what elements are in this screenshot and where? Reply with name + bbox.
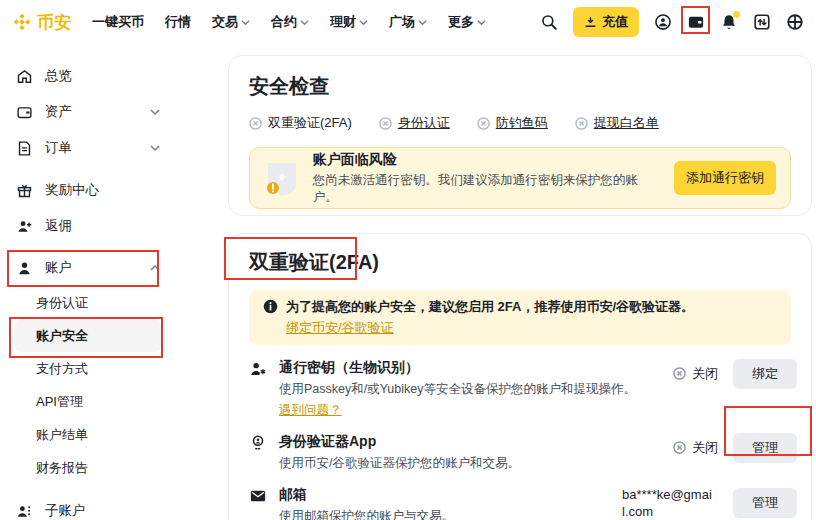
two-factor-card: 双重验证(2FA) 为了提高您的账户安全，建议您启用 2FA，推荐使用币安/谷歌… — [228, 233, 812, 520]
circle-x-icon — [477, 117, 490, 130]
shield-risk-icon — [264, 158, 300, 198]
bind-authenticator-link[interactable]: 绑定币安/谷歌验证 — [286, 319, 394, 337]
nav-markets[interactable]: 行情 — [165, 13, 191, 31]
add-passkey-button[interactable]: 添加通行密钥 — [674, 161, 776, 195]
circle-x-icon — [575, 117, 588, 130]
sidebar: 总览 资产 订单 奖励中心 返佣 — [0, 44, 220, 520]
passkey-status-label: 关闭 — [692, 365, 718, 383]
security-row-email: 邮箱 使用邮箱保护您的账户与交易。 ba****ke@gmail.com 管理 — [249, 486, 797, 520]
risk-warning-banner: 账户面临风险 您尚未激活通行密钥。我们建议添加通行密钥来保护您的账户。 添加通行… — [249, 147, 791, 209]
notice-text: 为了提高您的账户安全，建议您启用 2FA，推荐使用币安/谷歌验证器。 — [286, 298, 694, 317]
wallet-icon[interactable] — [687, 13, 705, 31]
notifications[interactable] — [720, 13, 738, 31]
deposit-button[interactable]: 充值 — [573, 7, 639, 37]
wallet-icon — [16, 104, 33, 121]
passkey-description: 使用Passkey和/或Yubikey等安全设备保护您的账户和提现操作。 — [279, 381, 636, 398]
authenticator-status: 关闭 — [673, 439, 718, 457]
nav-square[interactable]: 广场 — [389, 13, 427, 31]
passkey-title: 通行密钥（生物识别） — [279, 359, 636, 377]
circle-x-icon — [379, 117, 392, 130]
nav-trade[interactable]: 交易 — [212, 13, 250, 31]
email-description: 使用邮箱保护您的账户与交易。 — [279, 508, 454, 520]
risk-warning-texts: 账户面临风险 您尚未激活通行密钥。我们建议添加通行密钥来保护您的账户。 — [313, 151, 661, 206]
two-factor-notice: 为了提高您的账户安全，建议您启用 2FA，推荐使用币安/谷歌验证器。 绑定币安/… — [249, 290, 791, 345]
security-row-passkey: 通行密钥（生物识别） 使用Passkey和/或Yubikey等安全设备保护您的账… — [249, 359, 797, 419]
header-actions: 充值 — [540, 7, 804, 37]
chevron-down-icon — [150, 143, 160, 153]
email-title: 邮箱 — [279, 486, 454, 504]
brand-name: 币安 — [37, 11, 72, 34]
primary-nav: 一键买币 行情 交易 合约 理财 广场 更多 — [92, 13, 486, 31]
chevron-down-icon — [477, 18, 486, 27]
email-manage-button[interactable]: 管理 — [733, 488, 797, 518]
mail-icon — [249, 487, 267, 505]
passkey-help-link[interactable]: 遇到问题？ — [279, 402, 636, 419]
chevron-up-icon — [150, 263, 160, 273]
sidebar-item-subaccounts[interactable]: 子账户 — [16, 493, 160, 520]
check-item-antiphishing[interactable]: 防钓鱼码 — [477, 114, 548, 132]
authenticator-texts: 身份验证器App 使用币安/谷歌验证器保护您的账户和交易。 — [279, 433, 520, 472]
chevron-down-icon — [241, 18, 250, 27]
sidebar-subitem-account-security[interactable]: 账户安全 — [14, 319, 162, 352]
circle-x-icon — [673, 367, 686, 380]
risk-warning-title: 账户面临风险 — [313, 151, 661, 169]
binance-diamond-icon — [12, 12, 32, 32]
chevron-down-icon — [150, 107, 160, 117]
security-check-card: 安全检查 双重验证(2FA) 身份认证 防钓鱼码 — [228, 55, 812, 216]
sidebar-subitem-account-statement[interactable]: 账户结单 — [14, 418, 162, 451]
sidebar-subitem-identity-verification[interactable]: 身份认证 — [14, 286, 162, 319]
authenticator-app-icon — [249, 434, 267, 452]
download-icon — [584, 16, 597, 29]
security-check-title: 安全检查 — [249, 73, 791, 100]
referral-person-plus-icon — [16, 218, 33, 235]
sidebar-item-overview[interactable]: 总览 — [16, 58, 160, 94]
authenticator-title: 身份验证器App — [279, 433, 520, 451]
sidebar-subitem-payment-methods[interactable]: 支付方式 — [14, 352, 162, 385]
sidebar-item-assets[interactable]: 资产 — [16, 94, 160, 130]
sidebar-item-orders[interactable]: 订单 — [16, 130, 160, 166]
email-texts: 邮箱 使用邮箱保护您的账户与交易。 — [279, 486, 454, 520]
notification-dot — [733, 11, 740, 18]
sidebar-item-account[interactable]: 账户 — [16, 250, 160, 286]
nav-futures[interactable]: 合约 — [271, 13, 309, 31]
check-item-withdrawal-whitelist[interactable]: 提现白名单 — [575, 114, 659, 132]
person-icon — [16, 260, 33, 277]
passkey-texts: 通行密钥（生物识别） 使用Passkey和/或Yubikey等安全设备保护您的账… — [279, 359, 636, 419]
two-factor-title: 双重验证(2FA) — [249, 249, 797, 276]
home-icon — [16, 68, 33, 85]
order-document-icon — [16, 140, 33, 157]
passkey-status: 关闭 — [673, 365, 718, 383]
chevron-down-icon — [359, 18, 368, 27]
gift-icon — [16, 182, 33, 199]
chevron-down-icon — [418, 18, 427, 27]
nav-more[interactable]: 更多 — [448, 13, 486, 31]
nav-buy-crypto[interactable]: 一键买币 — [92, 13, 144, 31]
circle-x-icon — [249, 117, 262, 130]
passkey-bind-button[interactable]: 绑定 — [733, 359, 797, 389]
passkey-icon — [249, 360, 267, 378]
security-row-authenticator: 身份验证器App 使用币安/谷歌验证器保护您的账户和交易。 关闭 管理 — [249, 433, 797, 472]
binance-logo[interactable]: 币安 — [12, 11, 72, 34]
profile-icon[interactable] — [654, 13, 672, 31]
sidebar-subitem-financial-reports[interactable]: 财务报告 — [14, 451, 162, 484]
check-item-2fa[interactable]: 双重验证(2FA) — [249, 114, 352, 132]
info-icon — [263, 299, 278, 314]
top-navbar: 币安 一键买币 行情 交易 合约 理财 广场 更多 充值 — [0, 0, 816, 44]
search-icon[interactable] — [540, 13, 558, 31]
sidebar-subitem-api-management[interactable]: API管理 — [14, 385, 162, 418]
chevron-down-icon — [300, 18, 309, 27]
risk-warning-description: 您尚未激活通行密钥。我们建议添加通行密钥来保护您的账户。 — [313, 172, 661, 206]
globe-language-icon[interactable] — [786, 13, 804, 31]
email-masked-value: ba****ke@gmail.com — [622, 486, 718, 520]
subaccount-icon — [16, 503, 33, 520]
authenticator-description: 使用币安/谷歌验证器保护您的账户和交易。 — [279, 455, 520, 472]
authenticator-status-label: 关闭 — [692, 439, 718, 457]
security-check-items: 双重验证(2FA) 身份认证 防钓鱼码 提现白名单 — [249, 114, 791, 132]
check-item-identity[interactable]: 身份认证 — [379, 114, 450, 132]
authenticator-manage-button[interactable]: 管理 — [733, 433, 797, 463]
circle-x-icon — [673, 441, 686, 454]
nav-earn[interactable]: 理财 — [330, 13, 368, 31]
sidebar-item-rewards-hub[interactable]: 奖励中心 — [16, 172, 160, 208]
sidebar-item-referral[interactable]: 返佣 — [16, 208, 160, 244]
transfer-icon[interactable] — [753, 13, 771, 31]
